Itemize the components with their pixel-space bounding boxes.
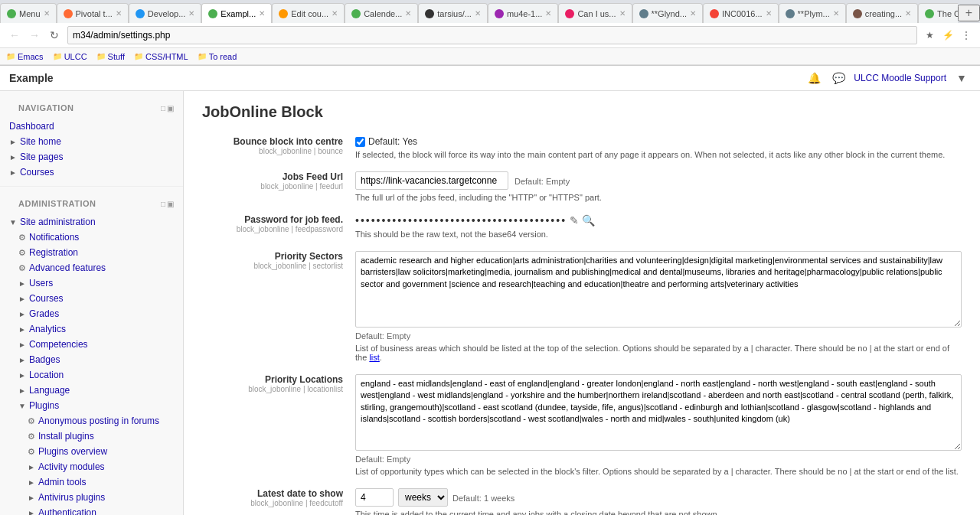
tab-label-menu: Menu	[19, 9, 41, 18]
arrow-icon: ►	[18, 325, 26, 334]
bookmark-icon-emacs: 📁	[6, 52, 15, 60]
sidebar-item-registration[interactable]: ⚙ Registration	[9, 245, 183, 260]
sidebar-item-plugins[interactable]: ▼ Plugins	[9, 398, 183, 413]
sidebar-item-activity-modules[interactable]: ► Activity modules	[18, 459, 183, 474]
edit-password-button[interactable]: ✎	[570, 214, 579, 227]
content-wrapper: NAVIGATION □ ▣ Dashboard ► Site home ► S…	[0, 91, 980, 515]
sidebar-expand-btn[interactable]: ▣	[167, 104, 174, 112]
sidebar-item-antivirus-plugins[interactable]: ► Antivirus plugins	[18, 490, 183, 505]
priority-sectors-textarea[interactable]: academic research and higher education|a…	[355, 251, 962, 328]
tab-close-edit-cou[interactable]: ✕	[332, 9, 338, 18]
tab-close-develop[interactable]: ✕	[188, 9, 194, 18]
sidebar-item-grades[interactable]: ► Grades	[9, 306, 183, 321]
sidebar-item-users[interactable]: ► Users	[9, 275, 183, 291]
tab-close-example[interactable]: ✕	[259, 9, 265, 18]
priority-sectors-sublabel: block_jobonline | sectorlist	[202, 262, 343, 270]
bookmark-ulcc[interactable]: 📁ULCC	[53, 52, 87, 61]
menu-button[interactable]: ⋮	[959, 28, 974, 43]
tab-edit-cou[interactable]: Edit cou...✕	[272, 3, 345, 23]
user-menu-button[interactable]: ▼	[952, 69, 971, 87]
bounce-checkbox[interactable]	[355, 137, 365, 147]
tab-label-edit-cou: Edit cou...	[291, 9, 328, 18]
sidebar-item-admin-tools[interactable]: ► Admin tools	[18, 474, 183, 490]
latest-date-select[interactable]: weeks	[398, 488, 448, 507]
extensions-button[interactable]: ⚡	[940, 28, 956, 43]
install-plugins-label: Install plugins	[38, 431, 94, 442]
tab-glynd[interactable]: **Glynd...✕	[632, 3, 703, 23]
tab-close-pivotal[interactable]: ✕	[116, 9, 122, 18]
tab-close-menu[interactable]: ✕	[44, 9, 50, 18]
priority-locations-desc: List of opportunity types which can be s…	[355, 467, 962, 476]
bookmark-to-read[interactable]: 📁To read	[198, 52, 237, 61]
priority-locations-textarea[interactable]: england - east midlands|england - east o…	[355, 374, 962, 451]
list-link[interactable]: list	[369, 353, 379, 362]
tab-label-inco016: INC0016...	[722, 9, 763, 18]
admin-expand-btn[interactable]: ▣	[167, 200, 174, 208]
tab-mu4e[interactable]: mu4e-1...✕	[488, 3, 558, 23]
tab-close-plym[interactable]: ✕	[833, 9, 839, 18]
sidebar-item-location[interactable]: ► Location	[9, 367, 183, 383]
sidebar-item-site-pages[interactable]: ► Site pages	[0, 149, 183, 165]
sidebar-item-language[interactable]: ► Language	[9, 383, 183, 398]
tab-example[interactable]: Exampl...✕	[201, 3, 272, 23]
jobs-feed-desc: The full url of the jobs feed, including…	[355, 193, 962, 202]
tab-inco016[interactable]: INC0016...✕	[703, 3, 779, 23]
tab-develop[interactable]: Develop...✕	[129, 3, 202, 23]
sidebar-item-badges[interactable]: ► Badges	[9, 352, 183, 367]
tab-plym[interactable]: **Plym...✕	[779, 3, 846, 23]
tab-calendar[interactable]: Calende...✕	[345, 3, 418, 23]
gear-icon: ⚙	[28, 432, 35, 442]
grades-label: Grades	[29, 308, 59, 319]
tab-close-calendar[interactable]: ✕	[405, 9, 411, 18]
sidebar-item-site-home[interactable]: ► Site home	[0, 134, 183, 149]
bookmark-emacs[interactable]: 📁Emacs	[6, 52, 44, 61]
bookmark-stuff[interactable]: 📁Stuff	[96, 52, 125, 61]
tab-menu[interactable]: Menu✕	[0, 3, 57, 23]
support-link[interactable]: ULCC Moodle Support	[854, 73, 946, 83]
bookmark-icon-to-read: 📁	[198, 52, 207, 60]
tab-close-inco016[interactable]: ✕	[766, 9, 772, 18]
search-password-button[interactable]: 🔍	[582, 214, 595, 227]
sidebar-item-anon-posting[interactable]: ⚙ Anonymous posting in forums	[18, 413, 183, 429]
bounce-block-setting: Bounce block into centre block_jobonline…	[202, 136, 962, 159]
tab-close-mu4e[interactable]: ✕	[545, 9, 551, 18]
sidebar-item-courses[interactable]: ► Courses	[0, 165, 183, 180]
admin-collapse-btn[interactable]: □	[161, 200, 165, 208]
tab-can-i-us[interactable]: Can I us...✕	[558, 3, 632, 23]
new-tab-button[interactable]: +	[958, 5, 980, 21]
url-bar[interactable]	[67, 26, 917, 44]
message-button[interactable]: 💬	[829, 69, 848, 87]
tab-close-creating[interactable]: ✕	[905, 9, 911, 18]
tab-close-glynd[interactable]: ✕	[690, 9, 696, 18]
latest-date-number-input[interactable]	[355, 488, 394, 507]
sidebar-item-site-administration[interactable]: ▼ Site administration	[0, 214, 183, 230]
sidebar-item-plugins-overview[interactable]: ⚙ Plugins overview	[18, 444, 183, 459]
jobs-feed-url-input[interactable]	[355, 171, 508, 190]
bookmark-button[interactable]: ★	[922, 28, 937, 43]
back-button[interactable]: ←	[6, 27, 23, 44]
navigation-section: NAVIGATION □ ▣ Dashboard ► Site home ► S…	[0, 97, 183, 180]
competencies-label: Competencies	[29, 339, 88, 350]
sidebar-item-courses-admin[interactable]: ► Courses	[9, 291, 183, 306]
sidebar-item-dashboard[interactable]: Dashboard	[0, 119, 183, 134]
tab-the-or[interactable]: The Or...✕	[918, 3, 958, 23]
sidebar-collapse-btn[interactable]: □	[161, 104, 165, 112]
tab-close-can-i-us[interactable]: ✕	[619, 9, 626, 18]
sidebar-item-authentication[interactable]: ► Authentication	[18, 505, 183, 515]
tab-pivotal[interactable]: Pivotal t...✕	[57, 3, 129, 23]
sidebar-item-competencies[interactable]: ► Competencies	[9, 337, 183, 352]
tab-close-tarsius[interactable]: ✕	[475, 9, 481, 18]
notification-bell-button[interactable]: 🔔	[805, 69, 823, 87]
forward-button[interactable]: →	[26, 27, 43, 44]
sidebar-item-analytics[interactable]: ► Analytics	[9, 321, 183, 337]
badges-label: Badges	[29, 354, 60, 365]
sidebar-item-install-plugins[interactable]: ⚙ Install plugins	[18, 429, 183, 444]
bookmark-css-html[interactable]: 📁CSS/HTML	[134, 52, 188, 61]
sidebar-item-advanced-features[interactable]: ⚙ Advanced features	[9, 260, 183, 275]
reload-button[interactable]: ↻	[46, 27, 63, 44]
sidebar-item-notifications[interactable]: ⚙ Notifications	[9, 230, 183, 245]
tab-bar: Menu✕Pivotal t...✕Develop...✕Exampl...✕E…	[0, 0, 980, 23]
tab-creating[interactable]: creating...✕	[846, 3, 918, 23]
tab-tarsius[interactable]: tarsius/...✕	[418, 3, 488, 23]
tab-label-tarsius: tarsius/...	[437, 9, 472, 18]
